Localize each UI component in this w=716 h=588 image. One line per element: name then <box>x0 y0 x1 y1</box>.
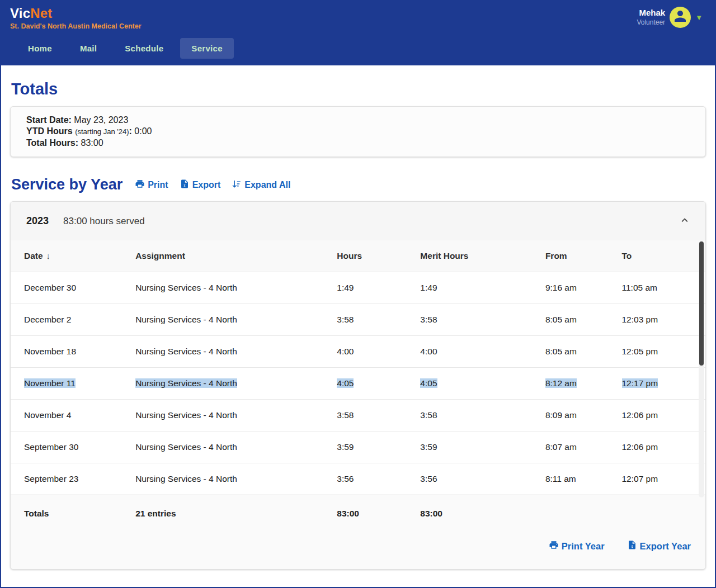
cell-from: 8:05 am <box>539 336 615 368</box>
cell-date: November 11 <box>11 368 129 400</box>
scrollbar-thumb[interactable] <box>699 241 704 366</box>
total-hours-label: Total Hours: <box>26 138 78 148</box>
cell-to: 12:07 pm <box>615 463 706 495</box>
logo-text-primary: Vic <box>10 6 30 21</box>
start-date-value: May 23, 2023 <box>74 115 128 125</box>
cell-assignment: Nursing Services - 4 North <box>129 272 330 304</box>
cell-to: 12:17 pm <box>615 368 706 400</box>
tab-schedule[interactable]: Schedule <box>114 38 175 59</box>
expand-all-button[interactable]: Expand All <box>232 179 290 191</box>
column-header-to[interactable]: To <box>615 240 706 272</box>
print-year-label: Print Year <box>562 541 605 552</box>
ytd-hours-line: YTD Hours (starting Jan '24): 0:00 <box>26 126 690 137</box>
tab-home[interactable]: Home <box>17 38 63 59</box>
logo-text-secondary: Net <box>30 6 52 21</box>
cell-from: 8:09 am <box>539 400 615 431</box>
user-name: Mehak <box>637 8 665 18</box>
totals-heading: Totals <box>11 80 706 98</box>
cell-hours: 3:59 <box>330 431 413 463</box>
tab-mail[interactable]: Mail <box>69 38 108 59</box>
cell-assignment: Nursing Services - 4 North <box>129 431 330 463</box>
person-icon <box>672 8 689 27</box>
column-header-from[interactable]: From <box>539 240 615 272</box>
cell-hours: 4:05 <box>330 368 413 400</box>
table-row: December 30 Nursing Services - 4 North 1… <box>11 272 705 304</box>
totals-row: Totals 21 entries 83:00 83:00 <box>11 495 705 533</box>
service-table: Date↓ Assignment Hours Merit Hours From … <box>11 240 705 532</box>
table-scrollbar[interactable] <box>699 241 704 497</box>
export-year-button[interactable]: Export Year <box>627 540 691 552</box>
page: VicNet St. David's North Austin Medical … <box>0 0 716 588</box>
cell-date: September 30 <box>11 431 129 463</box>
cell-hours: 3:58 <box>330 304 413 336</box>
cell-merit-hours: 4:00 <box>413 336 539 368</box>
cell-to: 12:05 pm <box>615 336 706 368</box>
cell-date: December 2 <box>11 304 129 336</box>
ytd-hours-value: 0:00 <box>134 126 152 136</box>
user-role: Volunteer <box>637 18 665 27</box>
ytd-colon: : <box>129 126 132 136</box>
printer-icon <box>549 540 559 552</box>
expand-all-label: Expand All <box>244 180 290 190</box>
export-file-icon <box>627 540 637 552</box>
cell-from: 8:11 am <box>539 463 615 495</box>
cell-merit-hours: 4:05 <box>413 368 539 400</box>
main-nav: Home Mail Schedule Service <box>17 38 706 65</box>
ytd-hours-label: YTD Hours <box>26 126 73 136</box>
cell-merit-hours: 3:59 <box>413 431 539 463</box>
totals-merit-hours: 83:00 <box>413 495 539 533</box>
cell-to: 12:03 pm <box>615 304 706 336</box>
tab-service[interactable]: Service <box>180 38 233 59</box>
cell-hours: 3:58 <box>330 400 413 431</box>
totals-entries: 21 entries <box>129 495 330 533</box>
table-row-selected: November 11 Nursing Services - 4 North 4… <box>11 368 705 400</box>
cell-to: 11:05 am <box>615 272 706 304</box>
cell-date: September 23 <box>11 463 129 495</box>
total-hours-value: 83:00 <box>81 138 103 148</box>
cell-date: December 30 <box>11 272 129 304</box>
table-row: December 2 Nursing Services - 4 North 3:… <box>11 304 705 336</box>
column-header-assignment[interactable]: Assignment <box>129 240 330 272</box>
cell-merit-hours: 1:49 <box>413 272 539 304</box>
app-logo: VicNet <box>10 6 142 21</box>
avatar[interactable] <box>670 7 691 28</box>
cell-from: 8:05 am <box>539 304 615 336</box>
table-row: November 18 Nursing Services - 4 North 4… <box>11 336 705 368</box>
brand: VicNet St. David's North Austin Medical … <box>10 6 142 30</box>
column-header-hours[interactable]: Hours <box>330 240 413 272</box>
year-header[interactable]: 2023 83:00 hours served <box>11 202 705 240</box>
totals-hours: 83:00 <box>330 495 413 533</box>
cell-merit-hours: 3:58 <box>413 304 539 336</box>
year-label: 2023 <box>26 215 49 227</box>
cell-hours: 3:56 <box>330 463 413 495</box>
main-content: Totals Start Date: May 23, 2023 YTD Hour… <box>1 65 715 587</box>
cell-assignment: Nursing Services - 4 North <box>129 463 330 495</box>
print-button[interactable]: Print <box>135 179 168 191</box>
cell-to: 12:06 pm <box>615 400 706 431</box>
service-by-year-heading: Service by Year <box>11 176 123 193</box>
user-menu[interactable]: Mehak Volunteer ▼ <box>633 6 706 29</box>
service-table-area: Date↓ Assignment Hours Merit Hours From … <box>11 240 705 532</box>
sort-desc-icon: ↓ <box>46 251 51 260</box>
export-file-icon <box>180 179 190 191</box>
column-header-date[interactable]: Date↓ <box>11 240 129 272</box>
cell-merit-hours: 3:56 <box>413 463 539 495</box>
chevron-up-icon <box>679 220 691 228</box>
export-year-label: Export Year <box>640 541 691 552</box>
cell-date: November 4 <box>11 400 129 431</box>
column-header-merit-hours[interactable]: Merit Hours <box>413 240 539 272</box>
top-navbar: VicNet St. David's North Austin Medical … <box>1 1 715 65</box>
cell-merit-hours: 3:58 <box>413 400 539 431</box>
print-label: Print <box>148 180 168 190</box>
expand-all-icon <box>232 179 242 191</box>
table-header-row: Date↓ Assignment Hours Merit Hours From … <box>11 240 705 272</box>
facility-name: St. David's North Austin Medical Center <box>10 22 142 30</box>
year-summary: 83:00 hours served <box>63 216 145 227</box>
year-2023-card: 2023 83:00 hours served <box>10 201 706 570</box>
export-button[interactable]: Export <box>180 179 221 191</box>
collapse-year-button[interactable] <box>676 212 693 230</box>
printer-icon <box>135 179 145 191</box>
chevron-down-icon[interactable]: ▼ <box>695 13 703 22</box>
print-year-button[interactable]: Print Year <box>549 540 605 552</box>
cell-from: 9:16 am <box>539 272 615 304</box>
